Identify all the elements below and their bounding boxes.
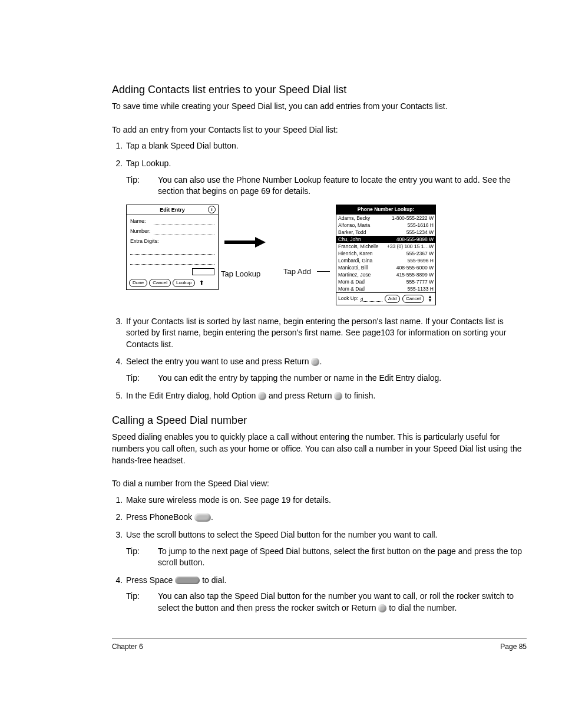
done-button[interactable]: Done <box>129 279 147 287</box>
lookup-field-label: Look Up: <box>338 295 358 302</box>
list-item[interactable]: Manicotti, Bill408-555-6000 W <box>336 264 435 271</box>
lookup-title: Phone Number Lookup: <box>336 205 435 215</box>
procedure-heading: To add an entry from your Contacts list … <box>112 124 527 136</box>
tap-add-callout: Tap Add <box>283 266 311 277</box>
list-item[interactable]: Francois, Michelle+33 (0) 100 15 1…W <box>336 243 435 250</box>
step: Tap Lookup. Tip: You can also use the Ph… <box>125 158 527 305</box>
step-text: In the Edit Entry dialog, hold Option <box>126 391 258 400</box>
step: Select the entry you want to use and pre… <box>125 356 527 384</box>
dialog-title-text: Edit Entry <box>160 207 185 213</box>
step-text: and press Return <box>266 391 334 400</box>
phonebook-key-icon <box>194 513 211 522</box>
step-text: Select the entry you want to use and pre… <box>126 357 311 366</box>
tip-text: You can also use the Phone Number Lookup… <box>158 174 527 197</box>
step: In the Edit Entry dialog, hold Option an… <box>125 390 527 402</box>
info-icon[interactable]: i <box>208 206 216 213</box>
step: If your Contacts list is sorted by last … <box>125 316 527 351</box>
step-text: Press PhoneBook <box>126 512 194 522</box>
tip-text: You can also tap the Speed Dial button f… <box>158 591 527 614</box>
step: Press PhoneBook . <box>125 512 527 523</box>
name-label: Name: <box>130 218 154 225</box>
cancel-button[interactable]: Cancel <box>402 295 424 303</box>
number-input[interactable] <box>154 229 214 235</box>
tip-text-part: to dial the number. <box>386 603 457 612</box>
step-text: Press Space <box>126 575 175 585</box>
section-intro: To save time while creating your Speed D… <box>112 101 527 113</box>
number-box[interactable] <box>192 268 214 275</box>
dialog-title: Edit Entry i <box>127 205 218 216</box>
phone-lookup-dialog: Phone Number Lookup: Adams, Becky1-800-5… <box>336 205 436 305</box>
section-heading: Adding Contacts list entries to your Spe… <box>112 83 527 97</box>
list-item[interactable]: Lombardi, Gina555-9696 H <box>336 257 435 264</box>
step-text: to finish. <box>342 391 375 400</box>
step-text: to dial. <box>200 575 226 585</box>
section-heading: Calling a Speed Dial number <box>112 413 527 428</box>
cancel-button[interactable]: Cancel <box>149 279 171 287</box>
return-key-icon <box>334 392 342 400</box>
list-item[interactable]: Martinez, Jose415-555-8899 W <box>336 271 435 278</box>
option-key-icon <box>258 392 266 400</box>
list-item[interactable]: Adams, Becky1-800-555-2222 W <box>336 215 435 222</box>
name-input[interactable] <box>154 219 214 225</box>
lookup-list: Adams, Becky1-800-555-2222 W Alfonso, Ma… <box>336 215 435 292</box>
step: Tap a blank Speed Dial button. <box>125 140 527 152</box>
number-label: Number: <box>130 228 154 235</box>
step-text: . <box>211 512 213 522</box>
tap-lookup-callout: Tap Lookup <box>221 269 277 279</box>
tip-label: Tip: <box>126 546 158 569</box>
callout-line <box>317 271 330 272</box>
tip-text: You can edit the entry by tapping the nu… <box>158 373 527 384</box>
lookup-input[interactable]: d <box>361 296 382 302</box>
add-button[interactable]: Add <box>385 295 400 303</box>
svg-marker-1 <box>255 237 266 248</box>
edit-entry-dialog: Edit Entry i Name: Number: Extra Digits: <box>126 205 219 290</box>
page-footer: Chapter 6 Page 85 <box>112 638 527 652</box>
list-item[interactable]: Hienrich, Karen555-2367 W <box>336 250 435 257</box>
scroll-arrows-icon[interactable]: ▲▼ <box>427 295 434 302</box>
extra-digits-input[interactable] <box>130 248 214 255</box>
section-intro: Speed dialing enables you to quickly pla… <box>112 431 527 466</box>
list-item[interactable]: Barker, Todd555-1234 W <box>336 229 435 236</box>
space-key-icon <box>175 577 200 584</box>
step-text: Tap Lookup. <box>126 159 171 168</box>
footer-chapter: Chapter 6 <box>112 642 143 652</box>
tip-label: Tip: <box>126 373 158 384</box>
tip-text-part: You can also tap the Speed Dial button f… <box>158 591 514 612</box>
extra-digits-label: Extra Digits: <box>130 238 164 245</box>
extra-digits-input-2[interactable] <box>130 258 214 265</box>
step-text: Use the scroll buttons to select the Spe… <box>126 530 437 539</box>
figure: Edit Entry i Name: Number: Extra Digits: <box>126 205 527 305</box>
return-key-icon <box>378 604 386 612</box>
procedure-heading: To dial a number from the Speed Dial vie… <box>112 478 527 490</box>
step: Press Space to dial. Tip: You can also t… <box>125 575 527 614</box>
list-item[interactable]: Mom & Dad555-7777 W <box>336 278 435 285</box>
lookup-button[interactable]: Lookup <box>173 279 195 287</box>
svg-rect-0 <box>224 241 255 244</box>
arrow-icon <box>224 237 272 248</box>
up-arrow-icon: ⬆ <box>199 279 204 287</box>
step-text: . <box>319 357 322 366</box>
step: Make sure wireless mode is on. See page … <box>125 495 527 506</box>
list-item[interactable]: Mom & Dad555-1133 H <box>336 285 435 292</box>
footer-page: Page 85 <box>500 642 527 652</box>
tip-label: Tip: <box>126 591 158 614</box>
tip-label: Tip: <box>126 174 158 197</box>
return-key-icon <box>311 358 319 366</box>
list-item-selected[interactable]: Chu, John408-555-9898 W <box>336 236 435 243</box>
list-item[interactable]: Alfonso, Maria555-1616 H <box>336 222 435 229</box>
tip-text: To jump to the next page of Speed Dial b… <box>158 546 527 569</box>
step: Use the scroll buttons to select the Spe… <box>125 529 527 569</box>
